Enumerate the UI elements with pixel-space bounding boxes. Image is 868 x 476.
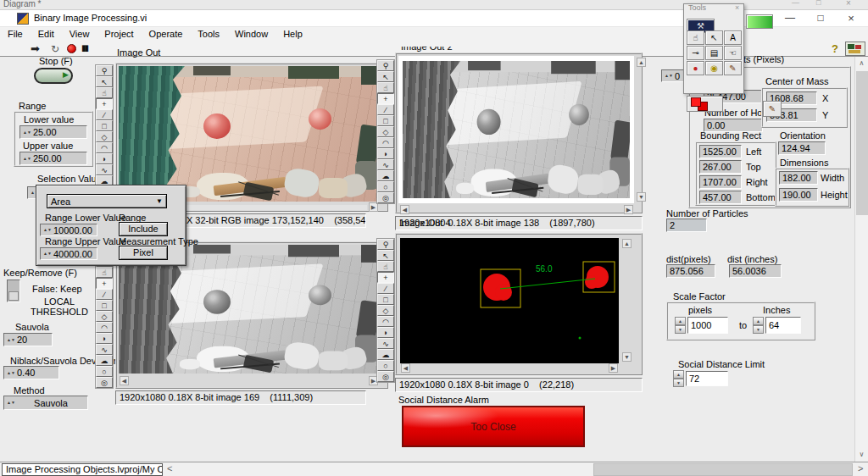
scrollbar-thumb[interactable] [593,463,853,476]
image2-canvas[interactable] [403,61,630,198]
results-index-spinner[interactable]: ▲▼ [665,74,672,78]
menu-edit[interactable]: Edit [31,27,62,41]
arc-roi-tool-icon[interactable]: ◠ [377,316,394,327]
pixels-field[interactable]: 1000 [687,317,728,334]
method-spinner[interactable]: ▲▼ [7,401,14,405]
lower-value-field[interactable]: ▲▼ 25.00 [19,125,87,139]
pan-tool-icon[interactable]: ☝ [377,261,394,272]
zoom-tool-icon[interactable]: ⚲ [96,65,113,76]
select-tool-icon[interactable]: ↖ [377,71,394,82]
pixel-button[interactable]: Pixel [119,246,168,260]
auto-tool-led[interactable] [746,14,773,29]
range-upper-value-field[interactable]: ▲▼ 40000.00 [40,247,97,260]
oval-roi-tool-icon[interactable]: ○ [377,360,394,371]
freehand-line-tool-icon[interactable]: ∿ [377,159,394,170]
pan-tool-icon[interactable]: ☝ [96,87,113,98]
lower-value-spinner[interactable]: ▲▼ [23,130,31,135]
keep-remove-switch[interactable] [7,280,20,302]
bg-close-button[interactable]: × [846,0,851,8]
menu-view[interactable]: View [62,27,97,41]
edit-text-tool[interactable]: A [724,30,742,45]
pan-tool-icon[interactable]: ☝ [96,267,113,278]
rotated-rect-roi-tool-icon[interactable]: ◇ [96,131,113,142]
oval-roi-tool-icon[interactable]: ○ [377,181,394,192]
paintbrush-tool[interactable]: ✎ [763,101,782,117]
scroll-up-icon[interactable]: ▲ [637,58,646,67]
freehand-region-tool-icon[interactable]: ☁ [96,355,113,366]
niblack-field[interactable]: ▲▼ 0.40 [3,366,59,379]
line-tool-icon[interactable]: ∕ [377,283,394,294]
freehand-region-tool-icon[interactable]: ☁ [377,170,394,181]
range-lower-spinner[interactable]: ▲▼ [43,228,51,232]
freehand-line-tool-icon[interactable]: ∿ [96,344,113,355]
get-color-tool[interactable]: ✎ [724,61,742,75]
niblack-spinner[interactable]: ▲▼ [7,371,14,375]
range-upper-spinner[interactable]: ▲▼ [43,252,51,256]
annulus-roi-tool-icon[interactable]: ◎ [96,377,113,388]
help-icon[interactable]: ? [832,42,838,55]
vi-icon[interactable] [845,42,865,56]
scroll-left-icon[interactable]: ◀ [400,205,409,214]
rotated-rect-roi-tool-icon[interactable]: ◇ [377,305,394,316]
pan-tool-icon[interactable]: ☝ [377,82,394,93]
rotated-rect-roi-tool-icon[interactable]: ◇ [377,126,394,137]
line-tool-icon[interactable]: ∕ [96,289,113,300]
run-button[interactable]: ➡ [31,42,40,55]
scroll-down-icon[interactable]: ∨ [855,448,868,461]
select-tool-icon[interactable]: ↖ [377,250,394,261]
tab-scroll-left-icon[interactable]: < [167,463,172,473]
stop-button[interactable]: ▶ [34,68,73,84]
breakpoint-tool[interactable]: ● [687,61,704,75]
menu-tools[interactable]: Tools [190,27,227,41]
inches-field[interactable]: 64 [765,317,801,334]
wire-tool[interactable]: ⊸ [687,46,704,60]
menu-help[interactable]: Help [275,27,310,41]
results-index-field[interactable]: ▲▼ 0 [661,69,685,82]
menu-window[interactable]: Window [227,27,275,41]
tools-palette-close-icon[interactable]: × [735,3,739,12]
close-button[interactable]: × [837,10,865,27]
sauvola-field[interactable]: ▲▼ 20 [3,333,53,346]
bg-maximize-button[interactable]: □ [816,0,821,7]
panel-vertical-scrollbar[interactable]: ∧ ∨ [854,57,868,462]
minimize-button[interactable]: — [776,10,804,27]
bg-minimize-button[interactable]: — [792,0,799,7]
maximize-button[interactable]: □ [807,10,834,27]
rotated-rect-roi-tool-icon[interactable]: ◇ [96,311,113,322]
scrollbar-thumb[interactable] [856,71,868,215]
measurement-dropdown[interactable]: Area ▼ [47,194,167,208]
scroll-down-icon[interactable]: ▼ [637,192,646,202]
operate-value-tool[interactable]: ☝ [687,30,704,45]
method-ring[interactable]: ▲▼ Sauvola [3,396,88,410]
image4-display[interactable]: 56.0 ▲ ▼ ◀ ▶ [395,233,643,375]
pause-button[interactable]: ▮▮ [81,43,87,53]
arc-roi-tool-icon[interactable]: ◠ [377,137,394,148]
point-tool-icon[interactable]: + [96,278,113,289]
set-color-tool[interactable] [687,96,723,112]
upper-value-spinner[interactable]: ▲▼ [23,157,31,161]
scroll-down-icon[interactable]: ▼ [622,352,632,362]
rectangle-roi-tool-icon[interactable]: □ [96,120,113,131]
scroll-up-icon[interactable]: ▲ [622,239,632,248]
menu-project[interactable]: Project [97,27,141,41]
project-tab[interactable]: Image Processing Objects.lvproj/My Compu… [2,463,163,476]
scroll-up-icon[interactable]: ∧ [855,57,868,69]
menu-file[interactable]: File [0,27,31,41]
abort-button[interactable] [67,44,76,53]
pixels-spinner[interactable]: ▲▼ [675,317,686,334]
freehand-region-tool-icon[interactable]: ☁ [377,349,394,360]
scroll-right-icon[interactable]: ▶ [624,205,633,214]
arc-roi-tool-icon[interactable]: ◠ [96,142,113,153]
annulus-roi-tool-icon[interactable]: ◎ [377,371,394,382]
menu-operate[interactable]: Operate [142,27,191,41]
zoom-tool-icon[interactable]: ⚲ [377,239,394,250]
point-tool-icon[interactable]: + [377,93,394,104]
line-tool-icon[interactable]: ∕ [377,104,394,115]
run-continuous-button[interactable]: ↻ [51,43,59,55]
rectangle-roi-tool-icon[interactable]: □ [377,115,394,126]
sdl-spinner[interactable]: ▲▼ [673,370,684,387]
freehand-line-tool-icon[interactable]: ∿ [377,338,394,349]
image1-canvas[interactable] [119,66,378,202]
scroll-hand-tool[interactable]: ☜ [724,46,742,60]
position-select-tool[interactable]: ↖ [705,30,723,45]
